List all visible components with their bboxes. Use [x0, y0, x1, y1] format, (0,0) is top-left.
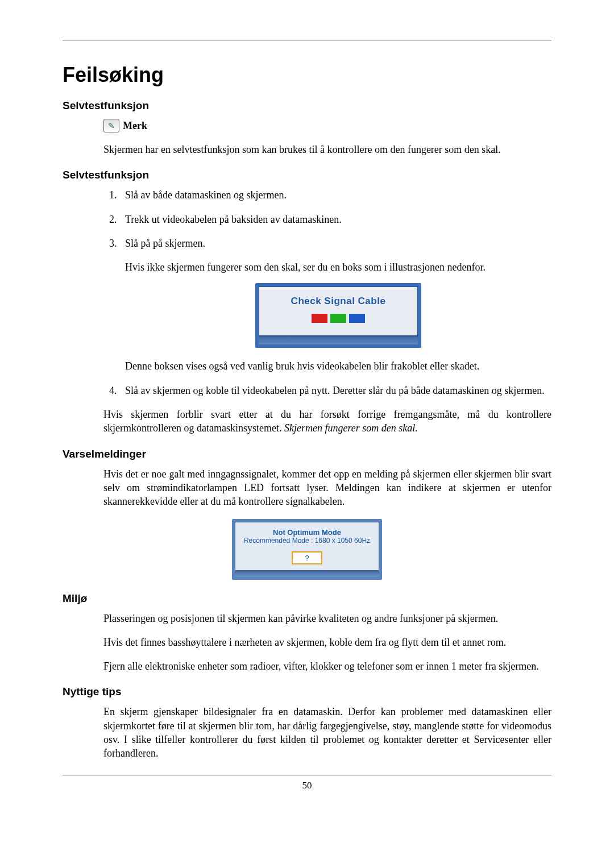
section-env: Miljø: [63, 592, 551, 605]
check-signal-label: Check Signal Cable: [265, 295, 412, 308]
fig2-line2: Recommended Mode : 1680 x 1050 60Hz: [240, 537, 374, 545]
note-text: Skjermen har en selvtestfunksjon som kan…: [103, 143, 551, 156]
monitor-figure-2: Not Optimum Mode Recommended Mode : 1680…: [232, 519, 382, 580]
section-tips: Nyttige tips: [63, 686, 551, 698]
step-3-sub: Hvis ikke skjermen fungerer som den skal…: [125, 260, 551, 274]
selftest-footer: Hvis skjermen forblir svart etter at du …: [103, 408, 551, 435]
env-p3: Fjern alle elektroniske enheter som radi…: [103, 659, 551, 673]
note-icon: ✎: [103, 119, 119, 132]
section-warnings: Varselmeldinger: [63, 448, 551, 460]
fig2-line1: Not Optimum Mode: [240, 528, 374, 537]
note-label: Merk: [123, 120, 147, 132]
section-selftest-2: Selvtestfunksjon: [63, 169, 551, 181]
step-3-after: Denne boksen vises også ved vanlig bruk …: [125, 359, 551, 373]
env-p2: Hvis det finnes basshøyttalere i nærhete…: [103, 636, 551, 649]
steps-list: Slå av både datamaskinen og skjermen. Tr…: [103, 188, 551, 397]
step-4: Slå av skjermen og koble til videokabele…: [119, 384, 551, 397]
document-page: Feilsøking Selvtestfunksjon ✎ Merk Skjer…: [0, 0, 614, 814]
tips-text: En skjerm gjenskaper bildesignaler fra e…: [103, 705, 551, 760]
env-p1: Plasseringen og posisjonen til skjermen …: [103, 612, 551, 625]
monitor-bezel: [259, 336, 418, 344]
monitor2-bezel: [235, 571, 379, 577]
step-1: Slå av både datamaskinen og skjermen.: [119, 188, 551, 202]
figure-1-wrap: Check Signal Cable: [125, 283, 551, 348]
swatch-red: [312, 314, 327, 323]
bottom-rule: [63, 775, 551, 775]
figure-2-wrap: Not Optimum Mode Recommended Mode : 1680…: [63, 519, 551, 580]
step-2: Trekk ut videokabelen på baksiden av dat…: [119, 213, 551, 226]
note-row: ✎ Merk: [103, 119, 551, 132]
monitor-figure-1: Check Signal Cable: [255, 283, 421, 348]
section-selftest-1: Selvtestfunksjon: [63, 99, 551, 112]
swatch-blue: [349, 314, 365, 323]
swatch-green: [330, 314, 346, 323]
step-3: Slå på på skjermen. Hvis ikke skjermen f…: [119, 236, 551, 373]
rgb-swatches: [265, 314, 412, 323]
fig2-help-box: ?: [292, 551, 322, 564]
warnings-text: Hvis det er noe galt med inngagnssignale…: [103, 467, 551, 509]
page-number: 50: [63, 780, 551, 791]
top-rule: [63, 40, 551, 40]
page-title: Feilsøking: [63, 63, 551, 87]
